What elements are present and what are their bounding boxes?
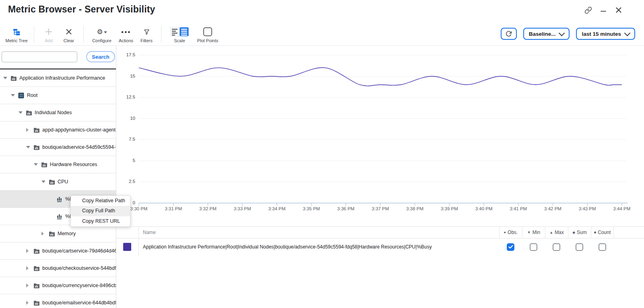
close-icon[interactable] [614,6,623,14]
add-button[interactable]: Add [40,27,58,43]
tree-item[interactable]: boutique/cartservice-79d46d4d46-9b [0,242,116,260]
y-axis-tick-label: 2.5 [117,179,135,184]
toolbar: Metric Tree Add Clear ⚙ Configure ●●● Ac… [0,23,644,46]
metric-path-name: Application Infrastructure Performance|R… [139,244,499,250]
caret-right-icon[interactable] [26,301,33,305]
caret-right-icon[interactable] [26,283,33,287]
tree-item-label: Memory [58,231,76,236]
metric-line-chart [116,46,644,224]
plot-points-icon [203,27,213,37]
unchecked-checkbox-min[interactable] [530,243,537,251]
search-button[interactable]: Search [86,51,115,62]
tree-item[interactable]: Root [0,87,116,104]
filters-button[interactable]: Filters [138,27,155,43]
baseline-dropdown[interactable]: Baseline... [523,28,570,40]
context-menu-item[interactable]: Copy Full Path [71,206,130,216]
stat-column-label: Obs. [508,230,518,235]
stat-glyph-icon: ■ [594,230,596,234]
caret-down-icon[interactable] [19,111,26,114]
root-icon [18,92,27,99]
caret-down-icon[interactable] [26,146,33,148]
metric-icon [56,196,65,202]
legend-header-spacer [614,227,644,238]
legend-swatch-cell [116,238,139,256]
metric-tree-sidebar: Search Application Infrastructure Perfor… [0,46,116,308]
search-input[interactable] [2,51,77,62]
caret-down-icon[interactable] [11,94,18,97]
x-axis-tick-label: 3:37 PM [367,206,393,211]
x-axis-tick-label: 3:43 PM [574,206,600,211]
legend-header-row: Name●Obs.▼Min▲Max◆Sum■Count [116,226,644,238]
tree-item[interactable]: boutique/adservice-54d59c5594-fdq58 [0,139,116,156]
tree-item[interactable]: boutique/emailservice-644db4bdf8-lc [0,294,116,308]
folder-icon [33,127,42,133]
legend-table: Name●Obs.▼Min▲Max◆Sum■CountApplication I… [116,224,644,308]
tree-item-label: boutique/cartservice-79d46d4d46-9b [42,248,116,254]
stat-glyph-icon: ◆ [572,230,575,234]
baseline-label: Baseline... [529,31,556,37]
tree-item[interactable]: boutique/checkoutservice-544bdf649 [0,260,116,277]
caret-right-icon[interactable] [41,232,49,236]
caret-right-icon[interactable] [26,249,33,253]
folder-icon [33,248,42,254]
scale-toggle[interactable]: Scale [167,27,192,43]
context-menu-item[interactable]: Copy REST URL [71,216,130,226]
context-menu-item[interactable]: Copy Relative Path [71,196,130,206]
plot-points-label: Plot Points [197,38,219,43]
caret-down-icon[interactable] [41,181,49,183]
metric-tree-button[interactable]: Metric Tree [5,27,28,43]
scale-icon [170,27,189,37]
tree-item[interactable]: Individual Nodes [0,104,116,121]
tree-item[interactable]: Hardware Resources [0,156,116,173]
folder-icon [26,110,35,115]
folder-icon [49,179,58,185]
tree-item-label: Application Infrastructure Performance [19,75,105,81]
caret-right-icon[interactable] [26,266,33,270]
stat-column-label: Min [533,230,540,235]
unchecked-checkbox-count[interactable] [599,243,606,251]
tree-item[interactable]: Memory [0,225,116,242]
unchecked-checkbox-max[interactable] [553,243,560,251]
tree-item[interactable]: Application Infrastructure Performance [0,70,116,87]
x-axis-tick-label: 3:42 PM [540,206,566,211]
window-controls [584,6,623,14]
caret-down-icon[interactable] [34,163,41,166]
tree-item[interactable]: CPU [0,173,116,191]
stat-column-header-sum: ◆Sum [568,227,591,238]
chart-panel: 17.51512.5107.552.503:30 PM3:31 PM3:32 P… [116,46,644,224]
stat-checkbox-cell [545,238,568,256]
tree-item[interactable]: appd-appdynamics-cluster-agent-appd [0,121,116,139]
tree-item[interactable]: boutique/currencyservice-8496cb5c7 [0,277,116,294]
unchecked-checkbox-sum[interactable] [576,243,583,251]
actions-button[interactable]: ●●● Actions [114,27,138,43]
y-axis-tick-label: 10 [117,116,135,121]
time-range-dropdown[interactable]: last 15 minutes [576,28,635,40]
tree-item-label: boutique/checkoutservice-544bdf649 [42,265,116,271]
legend-row: Application Infrastructure Performance|R… [116,238,644,256]
toolbar-right-controls: Baseline... last 15 minutes [501,28,635,40]
configure-button[interactable]: ⚙ Configure [89,27,114,43]
minimize-icon[interactable] [599,6,608,14]
refresh-button[interactable] [501,28,517,40]
caret-right-icon[interactable] [26,128,33,132]
scale-label: Scale [174,38,185,43]
x-axis-tick-label: 3:35 PM [299,206,324,211]
y-axis-tick-label: 5 [117,158,135,163]
legend-swatch-column-header [116,227,139,238]
tree-item-label: CPU [58,179,68,185]
refresh-icon [505,31,512,37]
clear-label: Clear [64,38,74,43]
metric-tree-label: Metric Tree [5,38,27,43]
tree-item-label: appd-appdynamics-cluster-agent-appd [42,127,116,133]
caret-down-icon[interactable] [3,77,10,79]
chevron-down-icon [624,30,631,36]
x-axis-tick-label: 3:31 PM [161,206,186,211]
clear-button[interactable]: Clear [60,27,78,43]
time-range-label: last 15 minutes [582,31,621,37]
tree-item-label: boutique/adservice-54d59c5594-fdq58 [42,144,116,150]
checked-checkbox-obs[interactable] [507,243,514,251]
plot-points-toggle[interactable]: Plot Points [195,27,220,43]
y-axis-tick-label: 17.5 [117,52,135,57]
copy-link-icon[interactable] [584,6,592,14]
stat-column-label: Max [555,230,564,235]
